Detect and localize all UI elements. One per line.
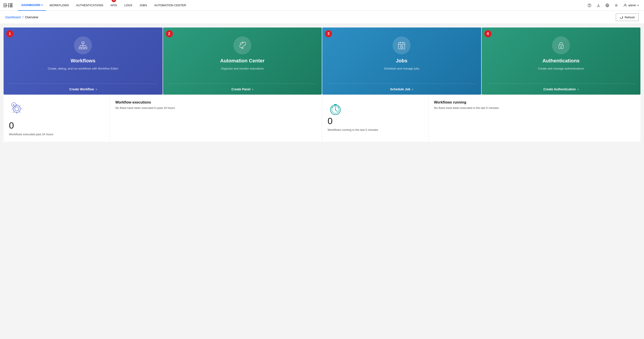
jobs-card-desc: Schedule and manage jobs [384,66,419,71]
nav-label-dashboard: DASHBOARD [22,3,40,7]
download-icon-btn[interactable] [595,2,602,9]
svg-rect-6 [8,4,9,4]
auth-card[interactable]: 4 Authentications Create and manage auth… [482,28,641,94]
nav-item-automation-center[interactable]: AUTOMATION CENTER [151,0,190,11]
workflows-card-title: Workflows [71,58,96,64]
auth-card-desc: Create and manage authentications [538,66,584,71]
automation-icon-circle [234,36,251,54]
chevron-down-icon: ▾ [41,4,42,6]
svg-line-44 [332,107,333,108]
globe-icon-btn[interactable] [604,2,611,9]
arrow-right-icon: › [96,88,97,91]
svg-rect-3 [5,4,6,4]
arrow-right-icon: › [252,88,253,91]
workflows-executed-card: 0 Workflows executed past 24 hours [4,95,110,142]
svg-rect-11 [10,6,12,7]
workflows-executed-label: Workflows executed past 24 hours [9,132,104,136]
svg-rect-1 [4,5,5,6]
jobs-card-title: Jobs [396,58,408,64]
jobs-icon-circle [393,36,410,54]
nav-item-jobs[interactable]: JOBS [136,0,151,11]
workflows-running-card: 0 Workflows running in the last 5 minute… [322,95,428,142]
refresh-button[interactable]: Refresh [616,14,639,21]
svg-point-13 [589,6,590,6]
auth-icon-circle [552,36,570,54]
workflows-running-info-title: Workflows running [434,100,635,104]
automation-card-title: Automation Center [220,58,264,64]
automation-card[interactable]: 2 Automation Center Organize and monitor… [163,28,322,94]
workflow-executions-subtitle: No flows have been executed in past 24 h… [116,106,316,110]
help-icon-btn[interactable] [586,2,593,9]
jobs-badge: 3 [325,30,332,37]
nav-item-logs[interactable]: LOGS [121,0,136,11]
svg-rect-7 [8,5,9,6]
bottom-cards: 0 Workflows executed past 24 hours Workf… [4,95,640,142]
nav-label-apis: APIS [110,4,117,7]
jobs-card[interactable]: 3 Jobs Schedule and manage jobs Schedule… [322,28,481,94]
workflow-executions-title: Workflow executions [116,100,316,104]
auth-badge: 4 [484,30,492,37]
svg-rect-4 [5,5,7,6]
svg-rect-9 [10,4,12,4]
auth-card-title: Authentications [542,58,580,64]
nav-item-apis[interactable]: APIS 5 [107,0,121,11]
svg-point-27 [242,48,243,49]
arrow-right-icon: › [412,88,413,91]
breadcrumb-current: Overview [25,16,38,19]
apis-badge: 5 [112,0,116,2]
main-nav: DASHBOARD ▾ WORKFLOWS AUTHENTICATIONS AP… [18,0,586,11]
settings-icon-btn[interactable] [613,2,620,9]
top-cards: 1 Workflows Create, debug, and run workf… [4,28,640,94]
nav-item-authentications[interactable]: AUTHENTICATIONS [72,0,107,11]
svg-rect-18 [79,47,81,49]
main-content: 1 Workflows Create, debug, and run workf… [0,24,644,145]
nav-item-dashboard[interactable]: DASHBOARD ▾ [18,0,46,11]
svg-line-45 [338,107,339,108]
svg-rect-10 [10,5,12,6]
nav-label-workflows: WORKFLOWS [50,4,69,7]
svg-rect-5 [5,6,6,7]
jobs-card-action[interactable]: Schedule Job › [328,84,476,94]
svg-point-26 [242,42,243,44]
breadcrumb-root[interactable]: Dashboard [5,16,21,19]
svg-rect-0 [4,4,5,4]
arrow-right-icon: › [578,88,579,91]
refresh-label: Refresh [624,16,635,19]
workflows-running-info-card: Workflows running No flows have been exe… [429,95,640,142]
svg-point-15 [616,5,617,6]
svg-point-39 [15,107,19,111]
workflows-executed-count: 0 [9,120,104,130]
svg-rect-35 [559,45,563,48]
workflows-running-count: 0 [328,116,423,126]
workflows-card-desc: Create, debug, and run workflows with Wo… [48,66,118,71]
nav-label-authentications: AUTHENTICATIONS [76,4,103,7]
header-right: admin ▾ [586,0,640,11]
svg-point-36 [560,46,562,48]
svg-rect-17 [82,42,84,44]
workflows-card[interactable]: 1 Workflows Create, debug, and run workf… [4,28,162,94]
workflows-icon-circle [74,36,92,54]
nav-label-jobs: JOBS [140,4,147,7]
automation-card-action[interactable]: Create Panel › [168,84,317,94]
gear-icon-container [9,100,104,117]
workflow-executions-card: Workflow executions No flows have been e… [110,95,322,142]
workflows-card-action[interactable]: Create Workflow › [9,84,157,94]
automation-card-desc: Organize and monitor executions [221,66,264,71]
svg-rect-20 [85,47,87,49]
breadcrumb-separator: / [22,16,24,19]
svg-rect-2 [4,6,5,7]
header: DASHBOARD ▾ WORKFLOWS AUTHENTICATIONS AP… [0,0,644,11]
workflows-running-label: Workflows running in the last 5 minutes [328,128,423,132]
breadcrumb: Dashboard / Overview [5,16,38,19]
svg-rect-8 [8,6,9,7]
svg-rect-19 [82,47,84,49]
nav-item-workflows[interactable]: WORKFLOWS [46,0,73,11]
workflows-running-info-subtitle: No flows have been executed in the last … [434,106,635,110]
automation-badge: 2 [166,30,173,37]
ibm-logo[interactable] [4,4,12,7]
auth-card-action[interactable]: Create Authentication › [487,84,635,94]
svg-point-16 [624,4,626,5]
stopwatch-icon-container [328,100,343,116]
svg-point-48 [335,109,336,110]
user-menu[interactable]: admin ▾ [622,0,640,11]
